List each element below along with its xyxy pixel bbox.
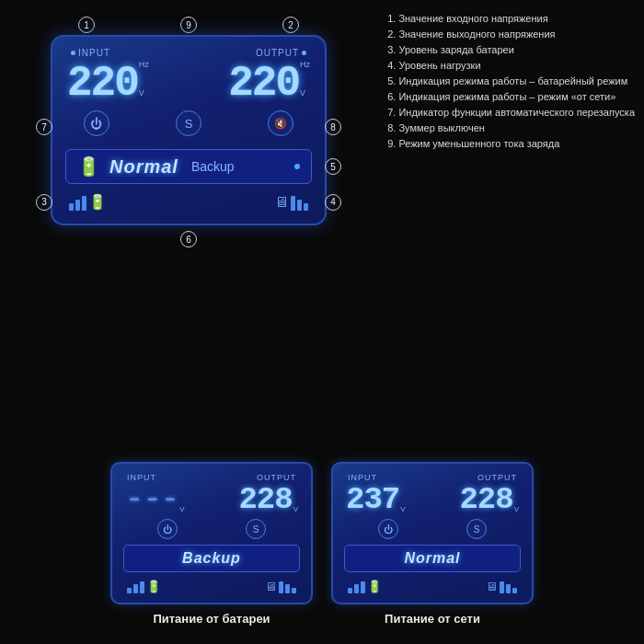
mini-right-status-text: Normal: [404, 550, 460, 567]
output-voltage: 220: [228, 63, 299, 105]
grid-mode-panel-wrap: INPUT OUTPUT 237 V 228 V ⏻ S Normal: [331, 462, 534, 626]
mini-right-digits: 237 V 228 V: [344, 484, 521, 515]
callout-1: 1: [78, 17, 95, 33]
mini-wave-1: [127, 588, 132, 593]
mini-left-battery-icon: 🔋: [146, 580, 161, 593]
mini-left-output-group: 228 V: [238, 484, 298, 515]
mini-right-status-banner: Normal: [344, 545, 521, 572]
callout-3: 3: [36, 194, 52, 211]
monitor-indicator-group: 🖥: [274, 194, 308, 211]
input-hz: Hz: [139, 60, 149, 69]
mini-left-auto-icon[interactable]: ⏻: [157, 519, 178, 539]
mini-left-wave: [127, 581, 144, 593]
monitor-wave-bars: [291, 196, 308, 211]
mini-left-monitor-icon: 🖥: [265, 580, 277, 593]
mini-right-input-voltage: 237: [346, 484, 399, 515]
main-display-wrapper: 1 9 2 INPUT OUTPUT 220 Hz V: [51, 17, 327, 231]
battery-sm-icon: 🔋: [88, 193, 107, 211]
mini-left-battery-group: 🔋: [127, 580, 161, 593]
auto-icon[interactable]: ⏻: [84, 110, 109, 136]
battery-mode-panel: INPUT OUTPUT --- V 228 V ⏻ S Backup: [110, 462, 313, 604]
mini-right-output-v: V: [514, 505, 519, 513]
mini-right-wave-2: [354, 584, 359, 593]
mini-wave-r1: [279, 581, 283, 593]
legend-item-4: 4. Уровень нагрузки: [387, 58, 635, 74]
output-dot: [302, 51, 306, 55]
mini-right-input-group: 237 V: [346, 484, 406, 515]
mini-left-input-v: V: [179, 505, 184, 513]
mini-left-status-text: Backup: [182, 550, 241, 567]
mini-right-icons: ⏻ S: [344, 519, 521, 539]
mini-right-output-label: OUTPUT: [477, 473, 517, 482]
bottom-indicators: 🔋 🖥: [65, 193, 312, 211]
mini-wave-2: [133, 584, 138, 593]
wave-bar-3: [82, 196, 86, 211]
mini-right-battery-group: 🔋: [348, 580, 382, 593]
mini-right-wave-r3: [512, 588, 517, 593]
mini-right-wave-r: [500, 581, 517, 593]
battery-mode-panel-wrap: INPUT OUTPUT --- V 228 V ⏻ S Backup: [110, 462, 313, 626]
status-banner: 🔋 Normal Backup: [65, 149, 312, 184]
input-v: V: [139, 89, 149, 98]
mini-left-input-label: INPUT: [127, 473, 156, 482]
output-hz: Hz: [300, 60, 310, 69]
mini-right-wave-1: [348, 588, 352, 593]
wave-bar-2: [75, 200, 80, 211]
output-v: V: [300, 89, 310, 98]
legend-item-6: 6. Индикация режима работы – режим «от с…: [387, 89, 635, 105]
status-normal-text: Normal: [109, 156, 178, 178]
mini-wave-r2: [285, 584, 290, 593]
mini-right-battery-icon: 🔋: [367, 580, 382, 593]
icon-row: ⏻ S 🔇: [65, 110, 312, 136]
mini-left-input-group: --- V: [125, 484, 185, 515]
wave-bar-6: [304, 203, 308, 211]
wave-bar-5: [297, 200, 302, 211]
mini-left-status-banner: Backup: [123, 545, 300, 572]
mini-left-bottom: 🔋 🖥: [123, 580, 300, 593]
battery-wave-bars: [69, 196, 86, 211]
callout-5: 5: [325, 158, 341, 175]
mini-left-s-icon[interactable]: S: [246, 519, 266, 539]
mini-right-wave-r1: [500, 581, 504, 593]
voltage-labels: INPUT OUTPUT: [65, 48, 312, 58]
callout-6: 6: [180, 231, 197, 247]
mini-right-wave: [348, 581, 365, 593]
bottom-indicators-wrapper: 3 🔋 🖥: [65, 193, 312, 211]
backup-dot: [294, 164, 300, 169]
input-dot: [71, 51, 75, 55]
mini-left-monitor-group: 🖥: [265, 580, 296, 593]
main-display-panel: INPUT OUTPUT 220 Hz V 220 Hz V: [51, 35, 327, 225]
mini-right-input-label: INPUT: [348, 473, 377, 482]
legend-item-7: 7. Индикатор функции автоматического пер…: [387, 105, 635, 121]
mini-left-output-label: OUTPUT: [257, 473, 296, 482]
legend-item-9: 9. Режим уменьшенного тока заряда: [387, 136, 635, 152]
grid-mode-caption: Питание от сети: [385, 612, 480, 626]
input-digit-group: 220 Hz V: [67, 60, 149, 105]
digits-row: 220 Hz V 220 Hz V: [65, 60, 312, 105]
mini-left-digits: --- V 228 V: [123, 484, 300, 515]
mini-right-wave-3: [361, 581, 365, 593]
wave-bar-1: [69, 203, 74, 211]
status-backup-text: Backup: [191, 159, 235, 174]
mini-right-monitor-icon: 🖥: [486, 580, 498, 593]
s-icon[interactable]: S: [176, 110, 201, 136]
bottom-section: INPUT OUTPUT --- V 228 V ⏻ S Backup: [0, 462, 644, 626]
legend-block: 1. Значение входного напряжения 2. Значе…: [387, 11, 635, 152]
wave-bar-4: [291, 196, 295, 211]
battery-indicator-group: 🔋: [69, 193, 107, 211]
mini-wave-r3: [292, 588, 296, 593]
callout-9: 9: [180, 17, 197, 33]
mini-right-auto-icon[interactable]: ⏻: [378, 519, 398, 539]
mini-right-wave-r2: [506, 584, 511, 593]
mini-right-labels: INPUT OUTPUT: [344, 473, 521, 482]
legend-item-1: 1. Значение входного напряжения: [387, 11, 635, 27]
legend-item-5: 5. Индикация режима работы – батарейный …: [387, 74, 635, 89]
status-banner-wrapper: 🔋 Normal Backup 5: [65, 149, 312, 184]
output-label: OUTPUT: [256, 48, 299, 58]
mute-icon[interactable]: 🔇: [268, 110, 293, 136]
mini-right-output-group: 228 V: [459, 484, 519, 515]
mini-right-bottom: 🔋 🖥: [344, 580, 521, 593]
battery-icon-big: 🔋: [77, 155, 100, 178]
mini-right-s-icon[interactable]: S: [466, 519, 487, 539]
legend-item-2: 2. Значение выходного напряжения: [387, 27, 635, 42]
